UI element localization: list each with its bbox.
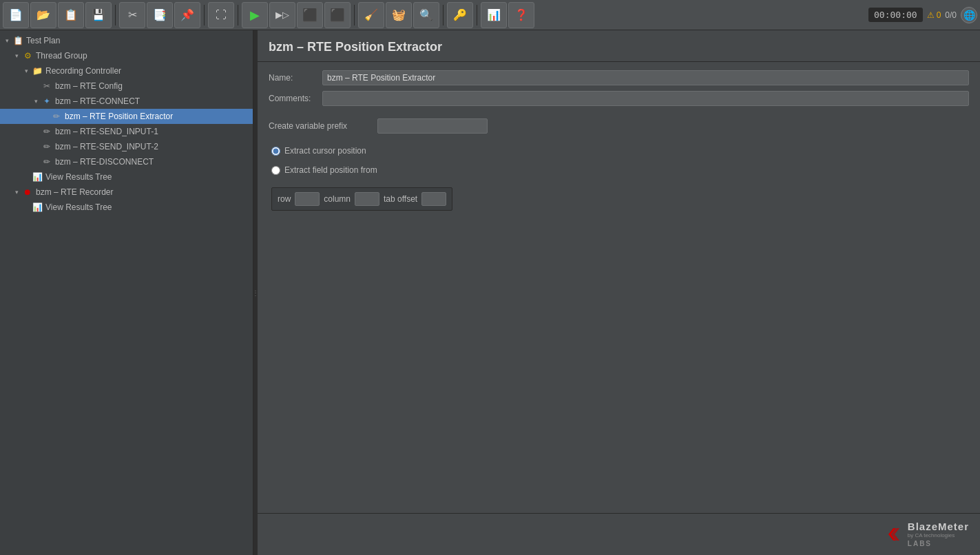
sep-3 xyxy=(238,5,238,25)
extract-field-row: Extract field position from xyxy=(271,165,969,175)
name-label: Name: xyxy=(269,73,317,83)
rte-position-extractor-icon: ✏ xyxy=(51,111,62,122)
toggle-recording-controller: ▾ xyxy=(22,67,30,75)
remote-start-button[interactable]: 🔑 xyxy=(447,2,473,28)
column-input[interactable] xyxy=(355,192,379,206)
main-area: ▾ 📋 Test Plan ▾ ⚙ Thread Group ▾ 📁 Recor… xyxy=(0,30,980,555)
paste-button[interactable]: 📌 xyxy=(174,2,200,28)
rte-disconnect-label: bzm – RTE-DISCONNECT xyxy=(55,157,154,167)
sidebar-item-view-results-tree-2[interactable]: ▸ 📊 View Results Tree xyxy=(0,200,253,215)
save-templates-button[interactable]: 📋 xyxy=(58,2,84,28)
sep-2 xyxy=(204,5,205,25)
rte-connect-icon: ✦ xyxy=(41,96,52,107)
rte-send-input-1-icon: ✏ xyxy=(41,126,52,137)
vrt-1-icon: 📊 xyxy=(32,171,43,182)
blazemeter-logo: BlazeMeter by CA technologies LABS xyxy=(888,521,969,548)
rte-recorder-label: bzm – RTE Recorder xyxy=(36,187,113,197)
position-fields-row: row column tab offset xyxy=(271,187,452,211)
test-plan-icon: 📋 xyxy=(12,35,23,46)
start-no-pause-button[interactable]: ▶▷ xyxy=(269,2,295,28)
sidebar: ▾ 📋 Test Plan ▾ ⚙ Thread Group ▾ 📁 Recor… xyxy=(0,30,253,555)
rte-disconnect-icon: ✏ xyxy=(41,156,52,167)
name-input[interactable] xyxy=(322,70,969,85)
timer-area: 00:00:00 ⚠ 0 0/0 🌐 xyxy=(868,7,977,23)
vrt-2-icon: 📊 xyxy=(32,202,43,213)
stop-button[interactable]: ⬛ xyxy=(297,2,323,28)
blazemeter-by: by CA technologies xyxy=(908,532,955,539)
content-panel: bzm – RTE Position Extractor Name: Comme… xyxy=(258,30,980,555)
search-button[interactable]: 🔍 xyxy=(413,2,439,28)
test-plan-label: Test Plan xyxy=(26,36,60,45)
thread-group-icon: ⚙ xyxy=(22,50,33,61)
recording-controller-icon: 📁 xyxy=(32,65,43,76)
help-button[interactable]: ❓ xyxy=(508,2,534,28)
sidebar-item-rte-connect[interactable]: ▾ ✦ bzm – RTE-CONNECT xyxy=(0,94,253,109)
vrt-2-label: View Results Tree xyxy=(45,202,112,212)
rte-config-icon: ✂ xyxy=(41,81,52,92)
extract-cursor-label[interactable]: Extract cursor position xyxy=(284,146,366,156)
tab-offset-label: tab offset xyxy=(384,194,417,204)
clear-button[interactable]: 🧹 xyxy=(358,2,384,28)
toggle-rte-recorder: ▾ xyxy=(12,188,21,196)
rte-recorder-icon: ⏺ xyxy=(22,187,33,198)
toggle-rte-connect: ▾ xyxy=(32,97,40,105)
start-button[interactable]: ▶ xyxy=(242,2,268,28)
tab-offset-input[interactable] xyxy=(421,192,446,206)
timer-display: 00:00:00 xyxy=(868,8,923,22)
variable-prefix-input[interactable] xyxy=(377,118,488,134)
clear-all-button[interactable]: 🧺 xyxy=(386,2,412,28)
variable-prefix-row: Create variable prefix xyxy=(269,118,969,134)
extract-cursor-radio[interactable] xyxy=(271,147,280,156)
cut-button[interactable]: ✂ xyxy=(119,2,145,28)
sidebar-item-rte-recorder[interactable]: ▾ ⏺ bzm – RTE Recorder xyxy=(0,185,253,200)
toolbar: 📄 📂 📋 💾 ✂ 📑 📌 ⛶ ▶ ▶▷ ⬛ ⬛ 🧹 🧺 🔍 🔑 📊 ❓ 00:… xyxy=(0,0,980,30)
sidebar-item-thread-group[interactable]: ▾ ⚙ Thread Group xyxy=(0,48,253,63)
variable-prefix-label: Create variable prefix xyxy=(269,121,372,131)
comments-label: Comments: xyxy=(269,94,317,103)
thread-group-label: Thread Group xyxy=(36,51,87,61)
sidebar-item-view-results-tree-1[interactable]: ▸ 📊 View Results Tree xyxy=(0,169,253,185)
page-title: bzm – RTE Position Extractor xyxy=(258,30,980,62)
expand-button[interactable]: ⛶ xyxy=(208,2,234,28)
extract-field-label[interactable]: Extract field position from xyxy=(284,165,377,175)
toggle-thread-group: ▾ xyxy=(12,52,21,60)
sidebar-item-rte-send-input-1[interactable]: ▸ ✏ bzm – RTE-SEND_INPUT-1 xyxy=(0,124,253,139)
sidebar-item-recording-controller[interactable]: ▾ 📁 Recording Controller xyxy=(0,63,253,78)
comments-input[interactable] xyxy=(322,91,969,106)
sidebar-item-rte-config[interactable]: ▸ ✂ bzm – RTE Config xyxy=(0,78,253,94)
copy-button[interactable]: 📑 xyxy=(147,2,173,28)
row-input[interactable] xyxy=(295,192,320,206)
extract-cursor-row: Extract cursor position xyxy=(271,146,969,156)
rte-send-input-2-icon: ✏ xyxy=(41,141,52,152)
sidebar-item-test-plan[interactable]: ▾ 📋 Test Plan xyxy=(0,33,253,48)
sidebar-item-rte-disconnect[interactable]: ▸ ✏ bzm – RTE-DISCONNECT xyxy=(0,154,253,169)
name-row: Name: xyxy=(269,70,969,85)
blazemeter-sub: LABS xyxy=(908,539,955,548)
sep-6 xyxy=(477,5,477,25)
error-ratio: 0/0 xyxy=(945,10,957,20)
comments-row: Comments: xyxy=(269,91,969,106)
rte-position-extractor-label: bzm – RTE Position Extractor xyxy=(65,112,173,121)
warning-count: 0 xyxy=(937,10,941,20)
sidebar-item-rte-send-input-2[interactable]: ▸ ✏ bzm – RTE-SEND_INPUT-2 xyxy=(0,139,253,154)
open-button[interactable]: 📂 xyxy=(30,2,56,28)
row-label: row xyxy=(278,194,291,204)
rte-config-label: bzm – RTE Config xyxy=(55,81,123,91)
extract-field-radio[interactable] xyxy=(271,166,280,175)
blazemeter-logo-icon xyxy=(888,528,904,541)
shutdown-button[interactable]: ⬛ xyxy=(324,2,351,28)
blazemeter-brand: BlazeMeter xyxy=(908,521,969,532)
save-button[interactable]: 💾 xyxy=(85,2,112,28)
recording-controller-label: Recording Controller xyxy=(45,66,121,76)
warning-icon: ⚠ xyxy=(927,10,935,20)
new-button[interactable]: 📄 xyxy=(3,2,29,28)
rte-send-input-1-label: bzm – RTE-SEND_INPUT-1 xyxy=(55,127,158,136)
function-helper-button[interactable]: 📊 xyxy=(481,2,507,28)
sep-5 xyxy=(443,5,444,25)
vrt-1-label: View Results Tree xyxy=(45,172,112,182)
sidebar-item-rte-position-extractor[interactable]: ▸ ✏ bzm – RTE Position Extractor xyxy=(0,109,253,124)
toggle-test-plan: ▾ xyxy=(3,36,11,45)
rte-send-input-2-label: bzm – RTE-SEND_INPUT-2 xyxy=(55,142,158,151)
column-label: column xyxy=(324,194,351,204)
sep-4 xyxy=(354,5,355,25)
